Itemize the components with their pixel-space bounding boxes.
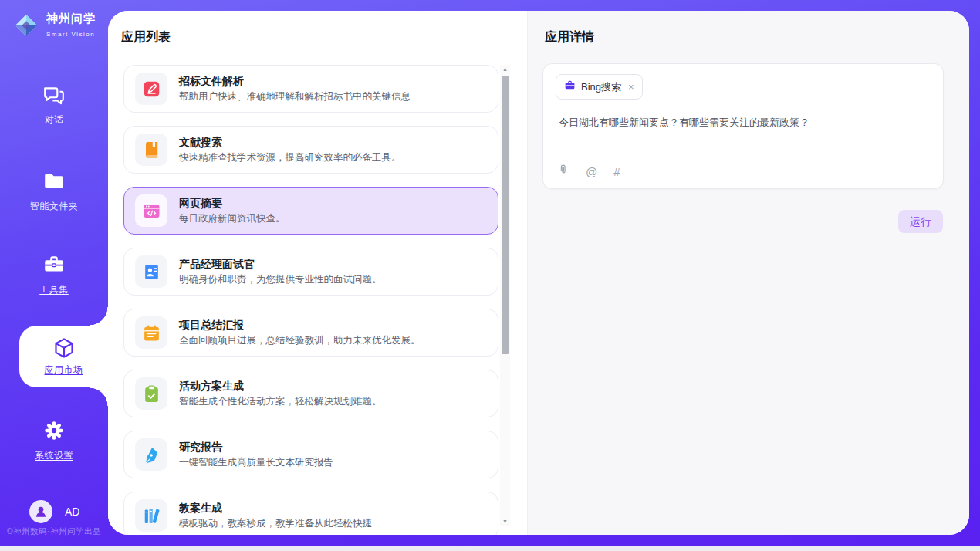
toolbox-icon bbox=[42, 253, 66, 276]
cube-icon bbox=[52, 336, 76, 360]
tool-chip-bing-search[interactable]: Bing搜索 × bbox=[556, 74, 643, 100]
clipboard-check-icon bbox=[135, 377, 167, 410]
app-card-title: 教案生成 bbox=[179, 502, 372, 515]
app-card[interactable]: 产品经理面试官 明确身份和职责，为您提供专业性的面试问题。 bbox=[123, 248, 498, 296]
browser-icon bbox=[135, 194, 167, 227]
sidebar-item-label: 系统设置 bbox=[0, 449, 108, 462]
app-card-title: 项目总结汇报 bbox=[179, 319, 421, 332]
sidebar-item-cube[interactable]: 应用市场 bbox=[19, 326, 108, 387]
tool-chip-label: Bing搜索 bbox=[581, 80, 621, 94]
sidebar-item-folder[interactable]: 智能文件夹 bbox=[0, 170, 108, 213]
at-icon[interactable]: @ bbox=[586, 165, 597, 178]
person-icon bbox=[33, 504, 49, 519]
chat-icon bbox=[42, 83, 66, 106]
diamond-logo-icon bbox=[12, 12, 40, 39]
sidebar-item-label: 工具集 bbox=[0, 283, 108, 296]
brand-name: 神州问学 bbox=[46, 12, 96, 25]
app-card[interactable]: 网页摘要 每日政府新闻资讯快查。 bbox=[123, 187, 498, 235]
sidebar-item-label: 应用市场 bbox=[45, 363, 83, 377]
paperclip-icon[interactable] bbox=[557, 164, 569, 179]
brand-subtitle: Smart Vision bbox=[46, 31, 95, 38]
app-card-title: 产品经理面试官 bbox=[179, 258, 382, 271]
main-content: 应用列表 招标文件解析 帮助用户快速、准确地理解和解析招标书中的关键信息 文献搜… bbox=[108, 11, 969, 535]
scrollbar-thumb[interactable] bbox=[502, 76, 509, 354]
query-text-input[interactable]: 今日湖北有哪些新闻要点？有哪些需要关注的最新政策？ bbox=[559, 115, 928, 130]
gear-icon bbox=[42, 419, 66, 442]
avatar bbox=[29, 500, 52, 523]
composer-toolbar: @ # bbox=[557, 164, 620, 179]
app-card-title: 网页摘要 bbox=[179, 197, 286, 210]
app-card[interactable]: 文献搜索 快速精准查找学术资源，提高研究效率的必备工具。 bbox=[123, 126, 498, 174]
app-card-description: 快速精准查找学术资源，提高研究效率的必备工具。 bbox=[179, 152, 401, 164]
interview-icon bbox=[135, 255, 167, 288]
pen-icon bbox=[135, 438, 167, 471]
app-card-description: 一键智能生成高质量长文本研究报告 bbox=[179, 457, 333, 468]
app-card-title: 文献搜索 bbox=[179, 136, 401, 149]
sidebar-item-gear[interactable]: 系统设置 bbox=[0, 419, 108, 462]
brand: 神州问学 Smart Vision bbox=[12, 12, 108, 39]
books-icon bbox=[135, 499, 167, 532]
scrollbar-up-arrow-icon[interactable]: ▲ bbox=[500, 65, 510, 74]
user-profile[interactable]: AD bbox=[29, 500, 79, 523]
app-card-description: 智能生成个性化活动方案，轻松解决规划难题。 bbox=[179, 396, 382, 407]
app-detail-pane: 应用详情 Bing搜索 × 今日湖北有哪些新闻要点？有哪些需要关注的最新政策？ bbox=[527, 11, 969, 535]
hash-icon[interactable]: # bbox=[613, 165, 620, 178]
app-card-list: 招标文件解析 帮助用户快速、准确地理解和解析招标书中的关键信息 文献搜索 快速精… bbox=[123, 65, 498, 535]
briefcase-icon bbox=[564, 79, 576, 94]
prompt-composer[interactable]: Bing搜索 × 今日湖北有哪些新闻要点？有哪些需要关注的最新政策？ @ # bbox=[542, 63, 944, 189]
app-card-description: 明确身份和职责，为您提供专业性的面试问题。 bbox=[179, 274, 382, 286]
app-card[interactable]: 教案生成 模板驱动，教案秒成，教学准备从此轻松快捷 bbox=[123, 492, 498, 535]
app-card-description: 全面回顾项目进展，总结经验教训，助力未来优化发展。 bbox=[179, 335, 421, 346]
app-card-description: 模板驱动，教案秒成，教学准备从此轻松快捷 bbox=[179, 518, 372, 529]
scrollbar-down-arrow-icon[interactable]: ▼ bbox=[500, 517, 510, 526]
chip-close-icon[interactable]: × bbox=[628, 82, 634, 92]
calendar-icon bbox=[135, 316, 167, 349]
app-card-description: 每日政府新闻资讯快查。 bbox=[179, 213, 286, 225]
app-card[interactable]: 项目总结汇报 全面回顾项目进展，总结经验教训，助力未来优化发展。 bbox=[123, 309, 498, 357]
run-button[interactable]: 运行 bbox=[898, 210, 943, 233]
app-card[interactable]: 研究报告 一键智能生成高质量长文本研究报告 bbox=[123, 431, 498, 478]
sidebar-item-label: 智能文件夹 bbox=[0, 200, 108, 213]
folder-icon bbox=[42, 170, 66, 193]
user-name: AD bbox=[65, 505, 79, 518]
app-card[interactable]: 活动方案生成 智能生成个性化活动方案，轻松解决规划难题。 bbox=[123, 370, 498, 417]
app-card-title: 研究报告 bbox=[179, 441, 333, 454]
list-scrollbar[interactable]: ▲ ▼ bbox=[500, 65, 510, 526]
app-list-title: 应用列表 bbox=[121, 29, 171, 46]
sidebar-footer: ©神州数码·神州问学出品 bbox=[0, 526, 108, 537]
sidebar-item-toolbox[interactable]: 工具集 bbox=[0, 253, 108, 296]
app-detail-title: 应用详情 bbox=[545, 29, 594, 46]
app-card[interactable]: 招标文件解析 帮助用户快速、准确地理解和解析招标书中的关键信息 bbox=[123, 65, 498, 113]
sidebar: 神州问学 Smart Vision 对话 智能文件夹 工具集 应用市场 系统设置… bbox=[0, 0, 108, 546]
app-list-pane: 应用列表 招标文件解析 帮助用户快速、准确地理解和解析招标书中的关键信息 文献搜… bbox=[108, 11, 527, 535]
app-card-description: 帮助用户快速、准确地理解和解析招标书中的关键信息 bbox=[179, 91, 411, 103]
sidebar-item-label: 对话 bbox=[0, 113, 108, 127]
app-card-title: 招标文件解析 bbox=[179, 75, 411, 88]
edit-doc-icon bbox=[135, 73, 167, 105]
sidebar-item-chat[interactable]: 对话 bbox=[0, 83, 108, 127]
app-card-title: 活动方案生成 bbox=[179, 380, 382, 393]
book-icon bbox=[135, 134, 167, 166]
